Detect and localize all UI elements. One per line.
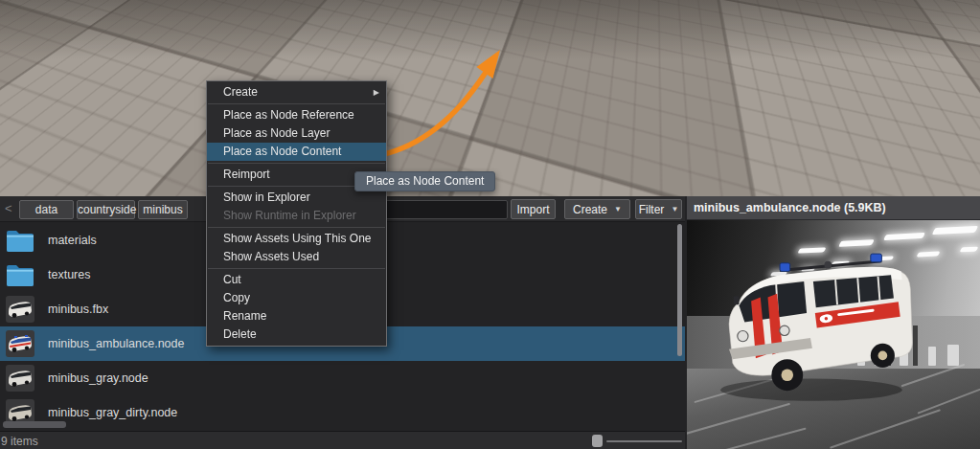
van-model-icon	[6, 296, 34, 323]
file-name: minibus_gray_dirty.node	[48, 406, 177, 419]
checkered-floor	[0, 0, 980, 196]
ambulance-van-render	[698, 243, 921, 408]
breadcrumb-minibus[interactable]: minibus	[138, 200, 188, 219]
menu-item-copy[interactable]: Copy	[207, 289, 386, 307]
items-count: 9 items	[1, 435, 38, 448]
menu-item-show-runtime-in-explorer: Show Runtime in Explorer	[207, 207, 386, 225]
file-name: minibus_ambulance.node	[48, 337, 184, 350]
create-button-label: Create	[573, 203, 607, 216]
breadcrumb-data[interactable]: data	[19, 200, 74, 219]
file-name: materials	[48, 234, 97, 247]
back-chevron-icon[interactable]: <	[5, 201, 12, 215]
thumbnail-zoom-slider-track[interactable]	[606, 440, 682, 442]
vertical-scrollbar-thumb[interactable]	[677, 224, 682, 356]
folder-icon	[6, 227, 34, 254]
file-name: minibus_gray.node	[48, 371, 148, 385]
import-button-label: Import	[516, 203, 549, 216]
menu-item-place-as-node-layer[interactable]: Place as Node Layer	[207, 124, 386, 143]
chevron-down-icon: ▼	[671, 205, 678, 213]
filter-dropdown-button[interactable]: Filter ▼	[635, 199, 682, 219]
preview-render[interactable]	[687, 220, 980, 449]
parking-line	[717, 428, 806, 449]
menu-item-delete[interactable]: Delete	[207, 326, 386, 344]
ambulance-node-icon	[6, 330, 34, 357]
filter-button-label: Filter	[639, 203, 665, 216]
folder-icon	[6, 261, 34, 288]
parking-line	[830, 409, 941, 449]
menu-item-show-assets-using-this-one[interactable]: Show Assets Using This One	[207, 230, 386, 248]
menu-separator	[208, 103, 385, 104]
parking-line	[918, 382, 980, 414]
create-dropdown-button[interactable]: Create ▼	[564, 199, 630, 219]
context-menu: Create ▶ Place as Node Reference Place a…	[206, 80, 387, 347]
submenu-arrow-icon: ▶	[374, 83, 379, 101]
horizontal-scrollbar-thumb[interactable]	[3, 421, 66, 428]
file-name: textures	[48, 268, 90, 281]
menu-item-cut[interactable]: Cut	[207, 271, 386, 289]
file-row-minibus-gray-dirty-node[interactable]: minibus_gray_dirty.node	[0, 395, 685, 430]
import-button[interactable]: Import	[511, 199, 556, 219]
menu-item-show-assets-used[interactable]: Show Assets Used	[207, 248, 386, 266]
menu-item-place-as-node-content[interactable]: Place as Node Content	[207, 143, 386, 161]
tooltip: Place as Node Content	[354, 171, 495, 191]
menu-separator	[208, 268, 385, 269]
status-bar: 9 items	[0, 431, 685, 449]
thumbnail-zoom-slider-handle[interactable]	[592, 435, 603, 447]
menu-item-rename[interactable]: Rename	[207, 307, 386, 326]
menu-separator	[208, 227, 385, 228]
asset-preview-panel: minibus_ambulance.node (5.9KB)	[687, 196, 980, 449]
menu-separator	[208, 163, 385, 164]
wall-object	[947, 345, 959, 366]
file-name: minibus.fbx	[48, 303, 108, 316]
van-node-icon	[6, 365, 34, 392]
menu-item-place-as-node-reference[interactable]: Place as Node Reference	[207, 106, 386, 124]
breadcrumb-countryside[interactable]: countryside	[77, 200, 135, 219]
wall-object	[928, 347, 936, 366]
chevron-down-icon: ▼	[614, 205, 622, 213]
file-row-minibus-gray-node[interactable]: minibus_gray.node	[0, 361, 685, 395]
preview-title: minibus_ambulance.node (5.9KB)	[694, 201, 886, 214]
viewport-3d[interactable]	[0, 0, 980, 196]
preview-header: minibus_ambulance.node (5.9KB)	[687, 196, 980, 220]
menu-item-create[interactable]: Create ▶	[207, 83, 386, 101]
